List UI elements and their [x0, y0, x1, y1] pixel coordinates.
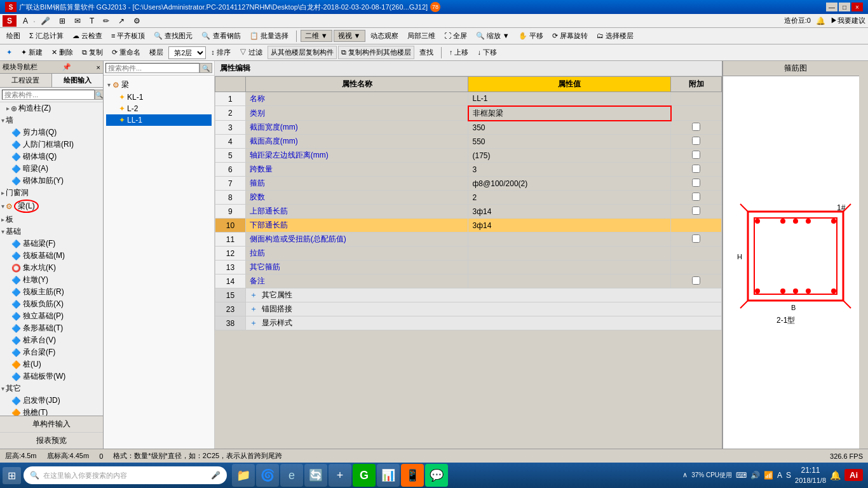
list-item[interactable]: 🔷 桩承台(V): [0, 334, 103, 346]
table-row[interactable]: 11 侧面构造或受扭筋(总配筋值): [215, 233, 722, 247]
copy-to-button[interactable]: ⧉ 复制构件到其他楼层: [338, 46, 414, 59]
s-ime-icon[interactable]: S: [786, 471, 791, 480]
component-search-input[interactable]: [105, 63, 200, 73]
addon-checkbox[interactable]: [692, 137, 700, 145]
taskbar-app-chart[interactable]: 📊: [377, 464, 400, 487]
start-button[interactable]: ⊞: [3, 467, 21, 484]
list-item[interactable]: 🔷 基础板带(W): [0, 370, 103, 383]
cloud-check-button[interactable]: ☁ 云检查: [69, 30, 106, 42]
find-button[interactable]: 查找: [416, 46, 437, 58]
list-item[interactable]: 🔷 暗梁(A): [0, 163, 103, 175]
table-row[interactable]: 12 拉筋: [215, 247, 722, 261]
table-row[interactable]: 4 截面高度(mm) 550: [215, 135, 722, 149]
view-2d-dropdown[interactable]: 二维 ▼: [301, 30, 332, 42]
dynamic-obs-button[interactable]: 动态观察: [367, 30, 402, 42]
table-row[interactable]: 14 备注: [215, 274, 722, 288]
menu-mail-icon[interactable]: ✉: [71, 15, 85, 27]
down-button[interactable]: ↓ 下移: [474, 46, 501, 58]
rename-button[interactable]: ⟳ 重命名: [108, 46, 144, 58]
table-row[interactable]: 8 胶数 2: [215, 191, 722, 205]
maximize-button[interactable]: □: [839, 3, 850, 11]
rotate-button[interactable]: ⟳ 屏幕旋转: [548, 30, 592, 42]
sidebar-close-icon[interactable]: ×: [97, 64, 100, 71]
ll1-item[interactable]: ✦ LL-1: [106, 114, 212, 126]
new-button[interactable]: ✦: [3, 47, 16, 58]
menu-grid-icon[interactable]: ⊞: [55, 15, 69, 27]
batch-select-button[interactable]: 📋 批量选择: [246, 30, 292, 42]
clock[interactable]: 21:11 2018/11/8: [795, 466, 826, 485]
addon-checkbox[interactable]: [692, 276, 700, 285]
list-item[interactable]: ▸ 板: [0, 214, 103, 226]
taskbar-search-bar[interactable]: 🔍 在这里输入你要搜索的内容 🎤: [24, 466, 227, 484]
table-row[interactable]: 3 截面宽度(mm) 350: [215, 121, 722, 135]
table-row[interactable]: 2 类别 非框架梁: [215, 106, 722, 121]
list-item[interactable]: 🔷 筏板基础(M): [0, 250, 103, 262]
single-component-input-button[interactable]: 单构件输入: [0, 416, 103, 433]
find-element-button[interactable]: 🔍 查找图元: [150, 30, 196, 42]
notification-bell-icon[interactable]: 🔔: [830, 470, 841, 480]
menu-arrow-icon[interactable]: ↗: [114, 15, 128, 27]
taskbar-app-msg[interactable]: 💬: [425, 464, 448, 487]
report-preview-button[interactable]: 报表预览: [0, 433, 103, 449]
taskbar-app-windows[interactable]: 🌀: [256, 464, 279, 487]
pan-button[interactable]: ✋ 平移: [515, 30, 547, 42]
expand-btn[interactable]: ＋: [250, 304, 257, 313]
group-row[interactable]: 15 ＋ 其它属性: [215, 288, 722, 302]
delete-button[interactable]: ✕ 删除: [48, 46, 77, 58]
list-item[interactable]: 🔷 剪力墙(Q): [0, 126, 103, 139]
minimize-button[interactable]: —: [826, 3, 837, 11]
expand-btn[interactable]: ＋: [250, 290, 257, 299]
addon-checkbox[interactable]: [692, 179, 700, 187]
view-dropdown[interactable]: 视视 ▼: [334, 30, 365, 42]
addon-checkbox[interactable]: [692, 193, 700, 201]
taskbar-app-mobile[interactable]: 📱: [401, 464, 424, 487]
addon-checkbox[interactable]: [692, 165, 700, 173]
list-item[interactable]: 🔷 独立基础(P): [0, 310, 103, 322]
taskbar-app-g[interactable]: G: [353, 464, 376, 487]
rebar-scrollbar[interactable]: [859, 61, 868, 449]
draw-button[interactable]: 绘图: [3, 30, 24, 42]
kl1-item[interactable]: ✦ KL-1: [106, 92, 212, 103]
group-row[interactable]: 38 ＋ 显示样式: [215, 316, 722, 330]
copy-from-button[interactable]: 从其他楼层复制构件: [268, 46, 337, 59]
tab-draw-input[interactable]: 绘图输入: [52, 74, 104, 87]
filter-button[interactable]: ▽ 过滤: [236, 46, 266, 58]
addon-checkbox[interactable]: [692, 234, 700, 243]
zoom-button[interactable]: 🔍 缩放 ▼: [472, 30, 513, 42]
list-item[interactable]: 🔷 人防门框墙(RI): [0, 139, 103, 151]
group-row[interactable]: 23 ＋ 锚固搭接: [215, 302, 722, 316]
sidebar-pin-icon[interactable]: 📌: [62, 63, 71, 71]
list-item[interactable]: 🔶 桩(U): [0, 358, 103, 370]
addon-checkbox[interactable]: [692, 151, 700, 159]
taskbar-app-ie[interactable]: e: [280, 464, 303, 487]
l2-item[interactable]: ✦ L-2: [106, 103, 212, 114]
table-row[interactable]: 13 其它箍筋: [215, 261, 722, 274]
list-item[interactable]: ▾ 墙: [0, 114, 103, 126]
addon-checkbox[interactable]: [692, 207, 700, 215]
network-icon[interactable]: 📶: [764, 471, 773, 480]
menu-item-a[interactable]: A: [19, 15, 32, 27]
local-3d-button[interactable]: 局部三维: [403, 30, 439, 42]
floor-dropdown[interactable]: 第2层 第1层 第3层: [168, 46, 206, 59]
close-button[interactable]: ×: [851, 3, 863, 11]
build-suggestion[interactable]: ▶我要建议: [831, 16, 865, 25]
sort-button[interactable]: ↕ 排序: [207, 46, 234, 58]
tab-project-settings[interactable]: 工程设置: [0, 74, 52, 87]
table-row[interactable]: 6 跨数量 3: [215, 163, 722, 177]
beam-tree-item[interactable]: ▾ ⚙ 梁(L): [0, 199, 103, 214]
list-item[interactable]: 🔷 基础梁(F): [0, 238, 103, 250]
mic-icon[interactable]: 🎤: [211, 471, 220, 480]
menu-settings-icon[interactable]: ⚙: [130, 15, 144, 27]
menu-edit-icon[interactable]: ✏: [99, 15, 113, 27]
copy-button[interactable]: ⧉ 复制: [78, 46, 107, 58]
ai-button[interactable]: Ai: [844, 469, 863, 481]
table-row[interactable]: 9 上部通长筋 3ф14: [215, 205, 722, 219]
addon-checkbox[interactable]: [692, 123, 700, 131]
align-top-button[interactable]: ≡ 平齐板顶: [107, 30, 149, 42]
table-row[interactable]: 1 名称 LL-1: [215, 92, 722, 106]
component-search-btn[interactable]: 🔍: [200, 63, 212, 73]
search-input[interactable]: [2, 90, 95, 100]
expand-tray-icon[interactable]: ∧: [682, 471, 688, 479]
new-label[interactable]: ✦ 新建: [17, 46, 46, 58]
list-item[interactable]: ▾ 基础: [0, 226, 103, 238]
